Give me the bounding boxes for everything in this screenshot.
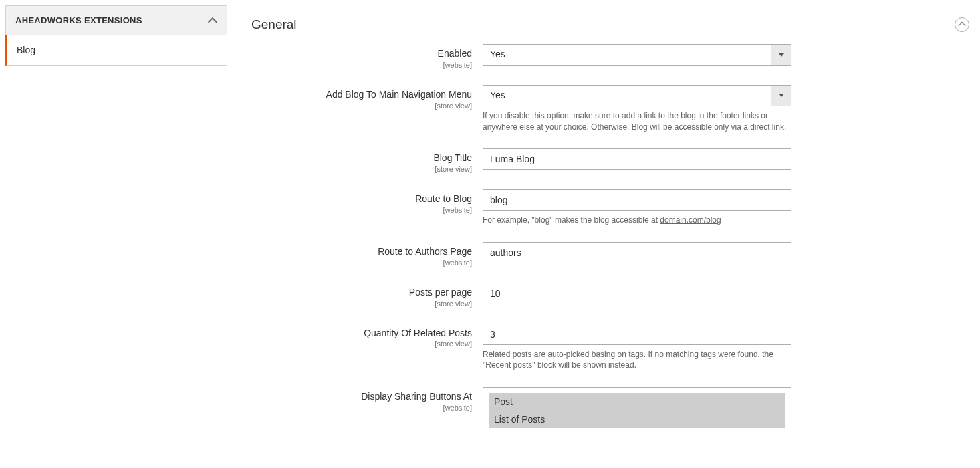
field-row-route-authors: Route to Authors Page [website] xyxy=(251,242,973,267)
field-row-enabled: Enabled [website] Yes xyxy=(251,44,973,69)
field-row-related-qty: Quantity Of Related Posts [store view] R… xyxy=(251,324,973,372)
select-value: Yes xyxy=(483,45,771,65)
label-col: Route to Blog [website] xyxy=(251,189,483,214)
field-scope: [store view] xyxy=(251,340,472,348)
input-col: PostList of Posts xyxy=(483,387,791,468)
note-link[interactable]: domain.com/blog xyxy=(660,215,721,225)
related-qty-input[interactable] xyxy=(483,324,791,345)
collapse-icon[interactable] xyxy=(955,17,969,32)
sidebar-item-blog[interactable]: Blog xyxy=(5,35,227,66)
field-note: For example, "blog" makes the blog acces… xyxy=(483,215,791,226)
field-note: Related posts are auto-picked basing on … xyxy=(483,349,791,372)
field-note: If you disable this option, make sure to… xyxy=(483,110,791,133)
chevron-down-icon[interactable] xyxy=(771,86,791,106)
select-value: Yes xyxy=(483,86,771,106)
sidebar: AHEADWORKS EXTENSIONS Blog xyxy=(0,0,233,468)
input-col: Yes If you disable this option, make sur… xyxy=(483,85,791,133)
route-blog-input[interactable] xyxy=(483,189,791,211)
field-label: Display Sharing Buttons At xyxy=(251,391,472,402)
input-col xyxy=(483,148,791,170)
input-col: For example, "blog" makes the blog acces… xyxy=(483,189,791,226)
route-authors-input[interactable] xyxy=(483,242,791,263)
input-col: Yes xyxy=(483,44,791,66)
main-content: General Enabled [website] Yes Add Blog T… xyxy=(233,0,980,468)
sidebar-header-label: AHEADWORKS EXTENSIONS xyxy=(15,15,142,25)
label-col: Add Blog To Main Navigation Menu [store … xyxy=(251,85,483,110)
multiselect-option[interactable]: List of Posts xyxy=(489,411,785,428)
note-prefix: For example, "blog" makes the blog acces… xyxy=(483,215,660,225)
field-scope: [website] xyxy=(251,259,472,267)
label-col: Posts per page [store view] xyxy=(251,283,483,308)
add-nav-select[interactable]: Yes xyxy=(483,85,791,106)
field-scope: [store view] xyxy=(251,165,472,173)
field-row-add-nav: Add Blog To Main Navigation Menu [store … xyxy=(251,85,973,133)
section-header: General xyxy=(251,5,973,44)
field-row-blog-title: Blog Title [store view] xyxy=(251,148,973,173)
chevron-up-icon xyxy=(208,16,217,25)
section-title: General xyxy=(251,17,297,32)
field-row-sharing: Display Sharing Buttons At [website] Pos… xyxy=(251,387,973,468)
field-label: Enabled xyxy=(251,48,472,60)
field-scope: [store view] xyxy=(251,102,472,110)
input-col: Related posts are auto-picked basing on … xyxy=(483,324,791,372)
field-label: Posts per page xyxy=(251,287,472,298)
field-label: Quantity Of Related Posts xyxy=(251,328,472,339)
field-row-posts-per-page: Posts per page [store view] xyxy=(251,283,973,308)
label-col: Quantity Of Related Posts [store view] xyxy=(251,324,483,348)
enabled-select[interactable]: Yes xyxy=(483,44,791,66)
field-scope: [website] xyxy=(251,61,472,69)
multiselect-option[interactable]: Post xyxy=(489,393,785,411)
field-scope: [website] xyxy=(251,404,472,412)
chevron-down-icon[interactable] xyxy=(771,45,791,65)
field-row-route-blog: Route to Blog [website] For example, "bl… xyxy=(251,189,973,226)
label-col: Enabled [website] xyxy=(251,44,483,69)
field-label: Route to Blog xyxy=(251,193,472,205)
field-label: Route to Authors Page xyxy=(251,246,472,257)
sidebar-section-header[interactable]: AHEADWORKS EXTENSIONS xyxy=(5,5,227,35)
input-col xyxy=(483,283,791,304)
label-col: Route to Authors Page [website] xyxy=(251,242,483,267)
label-col: Display Sharing Buttons At [website] xyxy=(251,387,483,412)
blog-title-input[interactable] xyxy=(483,148,791,170)
field-scope: [website] xyxy=(251,206,472,214)
field-label: Add Blog To Main Navigation Menu xyxy=(251,89,472,100)
posts-per-page-input[interactable] xyxy=(483,283,791,304)
label-col: Blog Title [store view] xyxy=(251,148,483,173)
sidebar-item-label: Blog xyxy=(17,45,35,55)
input-col xyxy=(483,242,791,263)
sharing-multiselect[interactable]: PostList of Posts xyxy=(483,387,791,468)
field-scope: [store view] xyxy=(251,300,472,308)
field-label: Blog Title xyxy=(251,152,472,164)
